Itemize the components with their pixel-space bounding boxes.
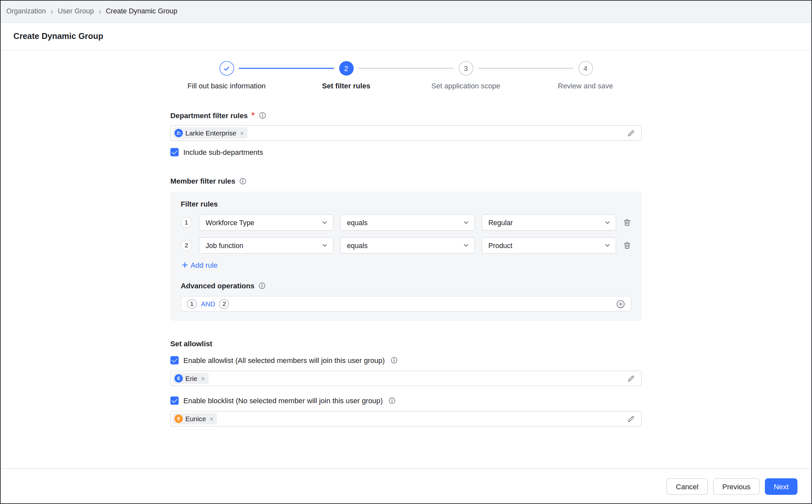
cancel-button[interactable]: Cancel <box>667 478 708 495</box>
stepper-step-basic-info[interactable]: Fill out basic information <box>167 61 286 90</box>
value-select-value: Regular <box>488 219 513 226</box>
value-select-value: Product <box>488 242 513 249</box>
operator-select-value: equals <box>347 219 368 226</box>
stepper-connector-done <box>239 68 334 68</box>
plus-icon <box>182 262 188 268</box>
info-icon[interactable] <box>390 357 398 364</box>
previous-button[interactable]: Previous <box>713 478 760 495</box>
member-avatar: E <box>174 415 183 423</box>
allowlist-member-tag: E Erie × <box>173 373 208 384</box>
trash-icon <box>623 218 631 226</box>
filter-rules-title: Filter rules <box>181 200 631 208</box>
blocklist-member-name: Eunice <box>185 415 206 423</box>
breadcrumb-separator-icon: › <box>99 7 101 15</box>
remove-tag-icon[interactable]: × <box>240 130 244 136</box>
breadcrumb: Organization › User Group › Create Dynam… <box>0 0 812 23</box>
info-icon[interactable] <box>239 177 246 185</box>
member-filter-section: Member filter rules Filter rules 1 Workf… <box>170 177 641 321</box>
advanced-operations-label: Advanced operations <box>181 281 254 290</box>
step-complete-check-icon <box>219 61 234 76</box>
filter-rule-row: 2 Job function equals Product <box>181 237 631 254</box>
blocklist-member-tag: E Eunice × <box>173 413 217 424</box>
enable-allowlist-label: Enable allowlist (All selected members w… <box>183 356 385 364</box>
stepper-step-application-scope[interactable]: 3 Set application scope <box>406 61 526 90</box>
chevron-down-icon <box>605 220 611 226</box>
edit-blocklist-button[interactable] <box>627 415 635 423</box>
enable-allowlist-checkbox[interactable] <box>170 356 178 364</box>
chevron-down-icon <box>321 220 328 226</box>
department-filter-label: Department filter rules <box>170 111 247 119</box>
chevron-down-icon <box>605 242 611 248</box>
delete-rule-button[interactable] <box>623 218 631 226</box>
remove-tag-icon[interactable]: × <box>201 375 205 382</box>
operator-select[interactable]: equals <box>340 214 475 231</box>
expression-token-1: 1 <box>187 299 197 309</box>
operator-select[interactable]: equals <box>340 237 475 254</box>
page-header: Create Dynamic Group <box>0 23 812 50</box>
info-icon[interactable] <box>259 112 266 119</box>
field-select-value: Workforce Type <box>206 219 254 226</box>
enable-blocklist-label: Enable blocklist (No selected member wil… <box>183 397 383 405</box>
expression-operator-and[interactable]: AND <box>201 300 215 308</box>
stepper-step-review-save[interactable]: 4 Review and save <box>526 61 645 90</box>
step-number: 4 <box>578 61 593 76</box>
delete-rule-button[interactable] <box>623 241 631 249</box>
edit-department-button[interactable] <box>627 129 635 137</box>
value-select[interactable]: Product <box>482 237 616 254</box>
chevron-down-icon <box>463 242 469 248</box>
department-tag-name: Larkie Enterprise <box>185 129 236 137</box>
stepper-step-filter-rules[interactable]: 2 Set filter rules <box>286 61 406 90</box>
step-number: 2 <box>339 61 353 76</box>
chevron-down-icon <box>321 242 328 248</box>
field-select[interactable]: Job function <box>199 237 333 254</box>
required-asterisk: * <box>251 111 255 120</box>
include-sub-departments-label: Include sub-departments <box>183 148 263 156</box>
breadcrumb-item-organization[interactable]: Organization <box>6 7 46 15</box>
allowlist-section: Set allowlist Enable allowlist (All sele… <box>170 340 641 427</box>
step-number: 3 <box>459 61 473 76</box>
footer-actions: Cancel Previous Next <box>0 468 812 504</box>
step-label: Review and save <box>558 82 613 90</box>
add-rule-label: Add rule <box>190 261 217 269</box>
expression-token-2: 2 <box>219 299 229 309</box>
plus-circle-icon <box>616 299 625 308</box>
breadcrumb-item-user-group[interactable]: User Group <box>58 7 94 15</box>
breadcrumb-separator-icon: › <box>50 7 53 15</box>
field-select[interactable]: Workforce Type <box>199 214 333 231</box>
allowlist-title: Set allowlist <box>170 340 641 348</box>
department-input: Larkie Enterprise × <box>170 125 641 141</box>
create-dynamic-group-page: Organization › User Group › Create Dynam… <box>0 0 812 504</box>
operator-select-value: equals <box>347 242 368 249</box>
filter-rule-row: 1 Workforce Type equals Regular <box>181 214 631 231</box>
info-icon[interactable] <box>388 397 395 404</box>
rule-index: 2 <box>181 240 192 251</box>
member-avatar: E <box>174 374 183 382</box>
stepper-connector <box>358 68 454 68</box>
main-content: Fill out basic information 2 Set filter … <box>0 50 812 426</box>
enable-blocklist-checkbox[interactable] <box>170 397 178 405</box>
allowlist-member-name: Erie <box>185 374 197 382</box>
allowlist-input: E Erie × <box>170 370 641 386</box>
include-sub-departments-checkbox[interactable] <box>170 148 178 156</box>
organization-avatar-icon <box>174 129 183 137</box>
stepper-connector <box>478 68 573 68</box>
field-select-value: Job function <box>206 242 243 249</box>
info-icon[interactable] <box>259 282 266 289</box>
blocklist-input: E Eunice × <box>170 411 641 426</box>
chevron-down-icon <box>463 220 469 226</box>
advanced-expression-bar: 1 AND 2 <box>181 296 631 312</box>
remove-tag-icon[interactable]: × <box>209 415 213 422</box>
step-label: Set application scope <box>431 82 500 90</box>
stepper: Fill out basic information 2 Set filter … <box>167 61 645 90</box>
step-label: Fill out basic information <box>188 82 266 90</box>
trash-icon <box>623 241 631 249</box>
edit-allowlist-button[interactable] <box>627 374 635 382</box>
page-title: Create Dynamic Group <box>13 31 103 41</box>
breadcrumb-item-current: Create Dynamic Group <box>106 7 177 15</box>
add-operation-button[interactable] <box>616 299 625 308</box>
department-filter-section: Department filter rules * Larkie Enterpr… <box>170 111 641 156</box>
next-button[interactable]: Next <box>765 478 797 495</box>
value-select[interactable]: Regular <box>482 214 616 231</box>
rule-index: 1 <box>181 217 192 228</box>
add-rule-button[interactable]: Add rule <box>182 261 217 269</box>
